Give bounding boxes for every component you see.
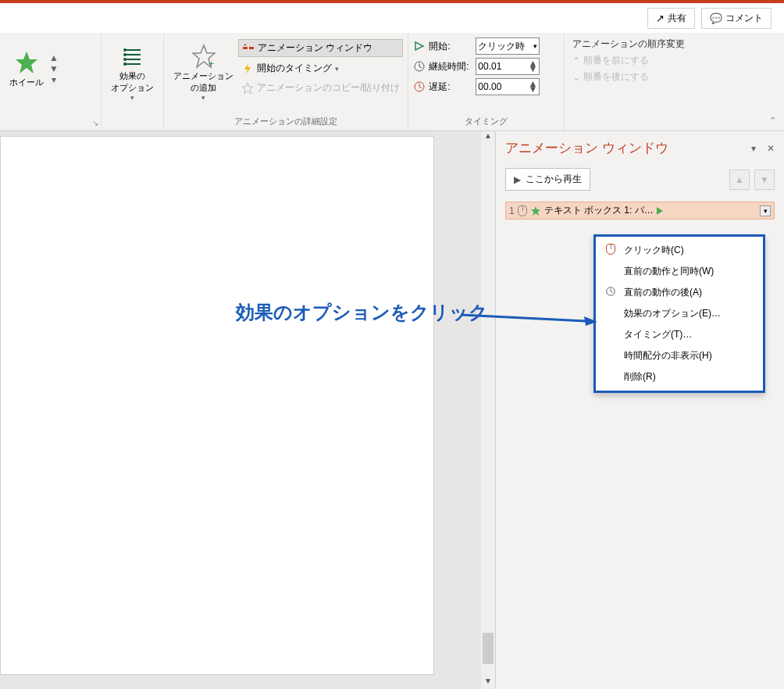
gallery-scroll-up[interactable]: ▲ bbox=[48, 52, 59, 63]
item-name: テキスト ボックス 1: パ… bbox=[544, 204, 654, 217]
play-marker-icon bbox=[657, 207, 663, 215]
svg-rect-12 bbox=[249, 47, 254, 49]
ctx-effect-options[interactable]: 効果のオプション(E)… bbox=[596, 303, 763, 324]
move-later-button: ⌄ 順番を後にする bbox=[572, 70, 685, 84]
context-menu: クリック時(C) 直前の動作と同時(W) 直前の動作の後(A) 効果のオプション… bbox=[593, 234, 765, 393]
start-label: 開始: bbox=[429, 40, 472, 53]
svg-line-27 bbox=[461, 315, 586, 321]
gallery-more[interactable]: ▾ bbox=[48, 74, 59, 85]
svg-line-26 bbox=[611, 291, 613, 293]
ctx-on-click[interactable]: クリック時(C) bbox=[596, 240, 763, 261]
svg-point-4 bbox=[123, 53, 127, 56]
vertical-scrollbar[interactable]: ▲ ▼ bbox=[481, 131, 495, 689]
arrow-up-icon: ⌃ bbox=[572, 55, 580, 66]
item-index: 1 bbox=[509, 205, 515, 216]
svg-point-2 bbox=[123, 48, 127, 52]
clock-icon bbox=[604, 286, 618, 299]
svg-marker-23 bbox=[531, 205, 540, 215]
wheel-star-icon bbox=[14, 50, 39, 75]
slide-canvas-area: ▲ ▼ bbox=[0, 131, 495, 689]
svg-marker-16 bbox=[415, 42, 423, 50]
effect-options-icon bbox=[120, 44, 145, 69]
comment-icon: 💬 bbox=[710, 12, 722, 24]
animation-list-item[interactable]: 1 テキスト ボックス 1: パ… ▾ bbox=[505, 202, 775, 220]
title-bar: ↗ 共有 💬 コメント bbox=[0, 0, 784, 33]
share-icon: ↗ bbox=[656, 12, 665, 24]
arrow-up-icon: ▲ bbox=[735, 174, 744, 185]
ctx-after-previous[interactable]: 直前の動作の後(A) bbox=[596, 282, 763, 303]
close-icon[interactable]: ✕ bbox=[767, 143, 775, 154]
duration-spinner[interactable]: 00.01 ▲▼ bbox=[476, 58, 540, 75]
play-icon: ▶ bbox=[514, 174, 521, 185]
share-label: 共有 bbox=[668, 12, 686, 25]
animation-group-launcher[interactable]: ↘ bbox=[92, 119, 98, 127]
comment-button[interactable]: 💬 コメント bbox=[701, 8, 772, 29]
move-down-button[interactable]: ▼ bbox=[754, 170, 775, 190]
group-label-timing: タイミング bbox=[413, 114, 559, 129]
play-start-icon bbox=[413, 40, 426, 52]
chevron-down-icon: ▾ bbox=[533, 42, 537, 50]
arrow-down-icon: ▼ bbox=[760, 174, 769, 185]
svg-text:+: + bbox=[208, 59, 214, 69]
mouse-click-icon bbox=[606, 244, 615, 255]
svg-point-8 bbox=[123, 62, 127, 66]
svg-marker-14 bbox=[244, 63, 251, 74]
comment-label: コメント bbox=[725, 12, 763, 25]
move-earlier-button: ⌃ 順番を前にする bbox=[572, 54, 685, 67]
svg-marker-28 bbox=[584, 316, 597, 326]
ctx-timing[interactable]: タイミング(T)… bbox=[596, 324, 763, 345]
delay-spinner[interactable]: 00.00 ▲▼ bbox=[476, 78, 540, 95]
slide-canvas[interactable] bbox=[0, 136, 434, 675]
lightning-icon bbox=[241, 62, 254, 75]
animation-pane: アニメーション ウィンドウ ▾ ✕ ▶ ここから再生 ▲ ▼ 1 テキスト ボッ… bbox=[495, 131, 784, 689]
pane-options-icon[interactable]: ▾ bbox=[751, 143, 756, 154]
duration-icon bbox=[413, 60, 426, 73]
collapse-ribbon-button[interactable]: ⌃ bbox=[769, 116, 776, 126]
pane-title: アニメーション ウィンドウ bbox=[505, 139, 668, 157]
svg-marker-15 bbox=[242, 83, 253, 94]
duration-label: 継続時間: bbox=[429, 60, 472, 73]
mouse-click-icon bbox=[518, 205, 527, 216]
arrow-down-icon: ⌄ bbox=[572, 72, 580, 83]
star-effect-icon bbox=[530, 205, 541, 216]
animation-painter-icon bbox=[241, 82, 254, 95]
play-from-button[interactable]: ▶ ここから再生 bbox=[505, 168, 590, 191]
ctx-remove[interactable]: 削除(R) bbox=[596, 366, 763, 387]
animation-painter-button[interactable]: アニメーションのコピー/貼り付け bbox=[238, 80, 403, 96]
svg-marker-13 bbox=[244, 44, 247, 45]
svg-rect-11 bbox=[243, 47, 248, 49]
svg-line-19 bbox=[419, 66, 422, 68]
delay-icon bbox=[413, 80, 426, 93]
trigger-button[interactable]: 開始のタイミング ▾ bbox=[238, 60, 403, 77]
add-animation-icon: + bbox=[191, 44, 216, 69]
scroll-up-icon[interactable]: ▲ bbox=[482, 131, 494, 144]
chevron-down-icon: ▾ bbox=[130, 94, 134, 102]
chevron-down-icon: ▾ bbox=[201, 94, 205, 102]
ctx-hide-timeline[interactable]: 時間配分の非表示(H) bbox=[596, 345, 763, 366]
animation-pane-toggle[interactable]: アニメーション ウィンドウ bbox=[238, 39, 403, 57]
move-up-button[interactable]: ▲ bbox=[729, 170, 750, 190]
svg-point-6 bbox=[123, 58, 127, 61]
svg-line-22 bbox=[419, 87, 422, 88]
scroll-down-icon[interactable]: ▼ bbox=[482, 677, 494, 689]
reorder-header: アニメーションの順序変更 bbox=[572, 37, 685, 51]
animation-wheel-button[interactable]: ホイール bbox=[5, 48, 48, 90]
ribbon: ホイール ▲ ▼ ▾ ↘ 効果の オプション ▾ bbox=[0, 33, 784, 131]
start-select[interactable]: クリック時 ▾ bbox=[476, 37, 540, 55]
main-area: ▲ ▼ アニメーション ウィンドウ ▾ ✕ ▶ ここから再生 ▲ ▼ 1 bbox=[0, 131, 784, 689]
scroll-thumb[interactable] bbox=[483, 633, 494, 664]
annotation-arrow-icon bbox=[461, 310, 597, 326]
add-animation-button[interactable]: + アニメーション の追加 ▾ bbox=[169, 36, 238, 109]
item-dropdown-button[interactable]: ▾ bbox=[760, 205, 771, 216]
share-button[interactable]: ↗ 共有 bbox=[647, 8, 695, 29]
gallery-scroll-down[interactable]: ▼ bbox=[48, 63, 59, 74]
group-label-advanced: アニメーションの詳細設定 bbox=[169, 114, 403, 129]
animation-pane-icon bbox=[242, 42, 255, 55]
chevron-down-icon: ▾ bbox=[335, 65, 339, 73]
effect-options-button[interactable]: 効果の オプション ▾ bbox=[106, 36, 159, 109]
ctx-with-previous[interactable]: 直前の動作と同時(W) bbox=[596, 261, 763, 282]
delay-label: 遅延: bbox=[429, 80, 472, 94]
annotation-text: 効果のオプションをクリック bbox=[236, 300, 488, 325]
svg-marker-0 bbox=[16, 52, 37, 73]
